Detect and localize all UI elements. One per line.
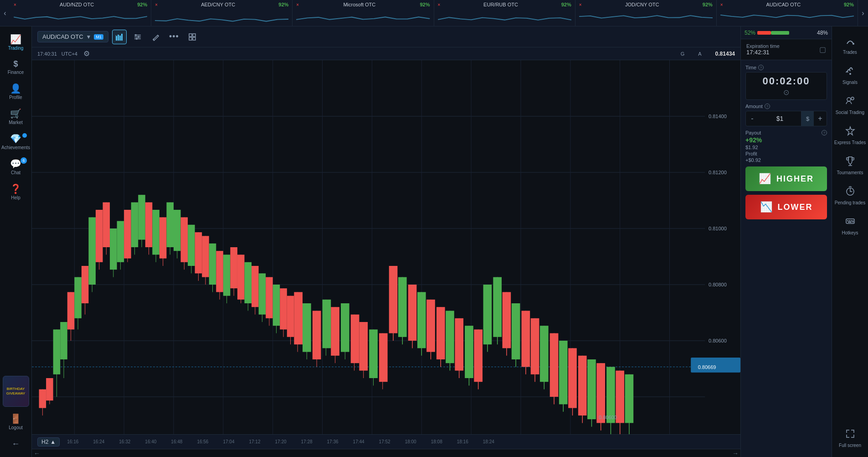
- svg-rect-63: [110, 228, 117, 270]
- right-sidebar-item-pending-trades[interactable]: Pending trades: [832, 181, 868, 211]
- sidebar-item-finance[interactable]: $ Finance: [0, 55, 31, 79]
- left-sidebar: 📈 Trading $ Finance 👤 Profile 🛒 Market 💎…: [0, 26, 32, 457]
- ticker-close-1[interactable]: ×: [155, 2, 158, 7]
- higher-arrow-icon: 📈: [759, 173, 772, 185]
- ticker-item-5[interactable]: × AUD/CAD OTC 92%: [717, 0, 858, 26]
- time-info-icon[interactable]: ?: [758, 65, 764, 70]
- timeframe-value: H2: [41, 439, 48, 445]
- amount-info-icon[interactable]: ?: [765, 104, 770, 109]
- svg-rect-83: [181, 217, 188, 262]
- svg-rect-107: [266, 277, 273, 318]
- svg-text:0.81200: 0.81200: [709, 170, 727, 175]
- svg-rect-185: [625, 374, 634, 423]
- chart-type-button[interactable]: [112, 30, 127, 44]
- ticker-left-arrow[interactable]: ‹: [0, 0, 10, 26]
- right-sidebar-item-fullscreen[interactable]: Full screen: [832, 423, 868, 453]
- timeframe-selector[interactable]: H2 ▲: [37, 437, 60, 447]
- svg-rect-69: [131, 203, 139, 247]
- amount-input-row: - $1 $ +: [745, 111, 827, 126]
- expiration-section: Expiration time 17:42:31: [746, 43, 780, 56]
- ticker-close-5[interactable]: ×: [720, 2, 723, 7]
- ticker-close-3[interactable]: ×: [438, 2, 441, 7]
- lower-button[interactable]: 📉 LOWER: [745, 195, 827, 219]
- amount-plus-btn[interactable]: +: [814, 111, 827, 126]
- svg-point-9: [138, 36, 139, 38]
- svg-rect-101: [245, 262, 252, 303]
- svg-rect-95: [223, 254, 231, 296]
- ticker-pct-1: 92%: [278, 2, 288, 7]
- right-sidebar: Trades Signals Social Tradi: [832, 26, 868, 457]
- svg-rect-1: [116, 35, 116, 37]
- sidebar-logout-label: Logout: [9, 425, 23, 430]
- ticker-item-2[interactable]: × Microsoft OTC 92%: [293, 0, 434, 26]
- ticker-name-0: AUD/NZD OTC: [60, 2, 94, 7]
- layout-button[interactable]: [185, 30, 200, 44]
- sidebar-item-profile[interactable]: 👤 Profile: [0, 79, 31, 104]
- right-sidebar-item-trades[interactable]: Trades: [832, 30, 868, 60]
- more-button[interactable]: •••: [167, 30, 181, 44]
- svg-rect-159: [503, 292, 511, 348]
- svg-rect-165: [531, 318, 539, 374]
- ticker-close-2[interactable]: ×: [296, 2, 299, 7]
- chart-bottom: H2 ▲ 16:16 16:24 16:32 16:40 16:48 16:56…: [32, 434, 740, 449]
- right-sidebar-item-tournaments[interactable]: Tournaments: [832, 151, 868, 181]
- svg-rect-115: [294, 292, 303, 344]
- ticker-close-4[interactable]: ×: [579, 2, 582, 7]
- svg-rect-173: [568, 348, 577, 408]
- draw-button[interactable]: [149, 30, 163, 44]
- ticker-pct-3: 92%: [561, 2, 571, 7]
- right-sidebar-item-hotkeys[interactable]: Hotkeys: [832, 211, 868, 241]
- fullscreen-icon: [845, 429, 855, 441]
- svg-rect-175: [578, 356, 587, 415]
- trading-icon: 📈: [10, 35, 21, 44]
- higher-button[interactable]: 📈 HIGHER: [745, 166, 827, 191]
- svg-rect-177: [587, 359, 596, 419]
- instrument-selector[interactable]: AUD/CAD OTC ▼ M1: [37, 31, 108, 42]
- sidebar-item-arrow-left[interactable]: ←: [0, 435, 31, 453]
- payout-info-icon[interactable]: ?: [822, 130, 827, 135]
- sidebar-item-market[interactable]: 🛒 Market: [0, 104, 31, 130]
- sidebar-item-logout[interactable]: 🚪 Logout: [0, 410, 31, 435]
- help-icon: ❓: [10, 184, 21, 193]
- sidebar-item-achievements[interactable]: 💎 Achievements: [0, 130, 31, 155]
- right-sidebar-item-signals[interactable]: Signals: [832, 60, 868, 90]
- svg-rect-89: [202, 236, 209, 277]
- ticker-right-arrow[interactable]: ›: [858, 0, 868, 26]
- ticker-close-0[interactable]: ×: [14, 2, 16, 7]
- sidebar-chat-label: Chat: [11, 170, 21, 175]
- time-labels: 16:16 16:24 16:32 16:40 16:48 16:56 17:0…: [67, 439, 494, 444]
- svg-text:0.80600: 0.80600: [709, 338, 727, 343]
- amount-minus-btn[interactable]: -: [746, 111, 759, 126]
- ticker-pct-2: 92%: [420, 2, 430, 7]
- svg-text:0.80600: 0.80600: [599, 415, 617, 420]
- birthday-banner[interactable]: BIRTHDAY GIVEAWAY: [3, 376, 29, 407]
- svg-rect-131: [369, 329, 378, 378]
- right-sidebar-item-social-trading[interactable]: Social Trading: [832, 90, 868, 120]
- chart-settings-icon[interactable]: ⚙: [82, 49, 91, 58]
- ticker-item-4[interactable]: × JOD/CNY OTC 92%: [575, 0, 717, 26]
- svg-text:0.80669: 0.80669: [698, 364, 716, 370]
- scroll-right-arrow[interactable]: →: [732, 450, 739, 457]
- svg-rect-59: [96, 210, 103, 262]
- svg-point-190: [851, 97, 854, 100]
- svg-rect-123: [331, 307, 339, 356]
- scroll-left-arrow[interactable]: ←: [34, 450, 40, 457]
- ticker-item-1[interactable]: × AED/CNY OTC 92%: [151, 0, 293, 26]
- svg-rect-135: [389, 266, 398, 333]
- right-sidebar-item-express-trades[interactable]: Express Trades: [832, 120, 868, 151]
- settings-button[interactable]: [130, 30, 145, 44]
- sidebar-item-chat[interactable]: 💬 Chat 6: [0, 155, 31, 180]
- sidebar-item-help[interactable]: ❓ Help: [0, 180, 31, 205]
- more-icon: •••: [169, 32, 179, 42]
- ticker-item-0[interactable]: × AUD/NZD OTC 92%: [10, 0, 151, 26]
- svg-rect-79: [166, 203, 174, 247]
- right-panel: 52% 48% Expiration time 17:42:31 ▢ Time: [740, 26, 832, 457]
- svg-rect-198: [848, 222, 852, 223]
- svg-rect-103: [252, 266, 259, 307]
- chart-timezone: UTC+4: [62, 51, 77, 57]
- svg-rect-71: [138, 195, 145, 239]
- sidebar-item-trading[interactable]: 📈 Trading: [0, 30, 31, 55]
- chart-toolbar: AUD/CAD OTC ▼ M1: [32, 26, 740, 47]
- birthday-text: BIRTHDAY GIVEAWAY: [3, 387, 29, 396]
- ticker-item-3[interactable]: × EUR/RUB OTC 92%: [434, 0, 575, 26]
